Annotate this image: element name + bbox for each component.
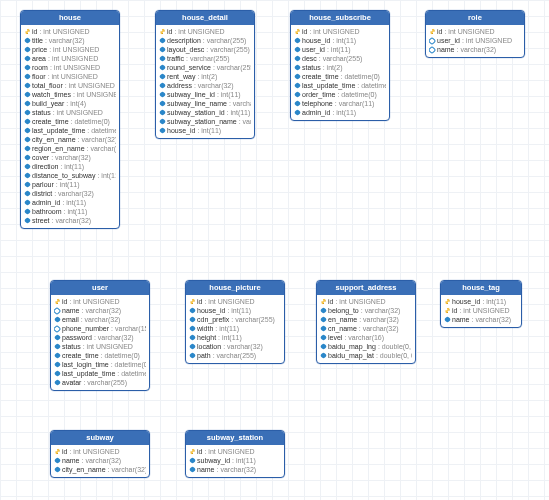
table-header[interactable]: subway <box>51 431 149 445</box>
table-house[interactable]: houseid : int UNSIGNEDtitle : varchar(32… <box>20 10 120 229</box>
column-row[interactable]: total_floor : int UNSIGNED <box>24 81 116 90</box>
column-row[interactable]: cdn_prefix : varchar(255) <box>189 315 281 324</box>
column-row[interactable]: street : varchar(32) <box>24 216 116 225</box>
column-row[interactable]: status : int(2) <box>294 63 386 72</box>
column-row[interactable]: id : int UNSIGNED <box>54 447 146 456</box>
table-header[interactable]: house <box>21 11 119 25</box>
table-house_subscribe[interactable]: house_subscribeid : int UNSIGNEDhouse_id… <box>290 10 390 121</box>
table-header[interactable]: house_subscribe <box>291 11 389 25</box>
column-row[interactable]: telephone : varchar(11) <box>294 99 386 108</box>
column-row[interactable]: region_en_name : varchar(255) <box>24 144 116 153</box>
column-row[interactable]: title : varchar(32) <box>24 36 116 45</box>
column-row[interactable]: watch_times : int UNSIGNED <box>24 90 116 99</box>
column-row[interactable]: id : int UNSIGNED <box>429 27 521 36</box>
column-row[interactable]: city_en_name : varchar(32) <box>24 135 116 144</box>
column-row[interactable]: admin_id : int(11) <box>294 108 386 117</box>
column-row[interactable]: name : varchar(32) <box>444 315 518 324</box>
column-row[interactable]: avatar : varchar(255) <box>54 378 146 387</box>
column-row[interactable]: id : int UNSIGNED <box>320 297 412 306</box>
table-header[interactable]: user <box>51 281 149 295</box>
column-row[interactable]: name : varchar(32) <box>429 45 521 54</box>
table-support_address[interactable]: support_addressid : int UNSIGNEDbelong_t… <box>316 280 416 364</box>
column-row[interactable]: id : int UNSIGNED <box>294 27 386 36</box>
column-row[interactable]: house_id : int(11) <box>159 126 251 135</box>
column-row[interactable]: email : varchar(32) <box>54 315 146 324</box>
column-row[interactable]: order_time : datetime(0) <box>294 90 386 99</box>
column-row[interactable]: baidu_map_lat : double(0, 0) <box>320 351 412 360</box>
column-row[interactable]: desc : varchar(255) <box>294 54 386 63</box>
column-row[interactable]: direction : int(11) <box>24 162 116 171</box>
column-row[interactable]: subway_station_id : int(11) <box>159 108 251 117</box>
column-row[interactable]: status : int UNSIGNED <box>24 108 116 117</box>
column-row[interactable]: subway_station_name : varchar(32) <box>159 117 251 126</box>
table-header[interactable]: house_picture <box>186 281 284 295</box>
column-row[interactable]: bathroom : int(11) <box>24 207 116 216</box>
column-row[interactable]: location : varchar(32) <box>189 342 281 351</box>
column-row[interactable]: id : int UNSIGNED <box>189 447 281 456</box>
column-row[interactable]: create_time : datetime(0) <box>54 351 146 360</box>
column-row[interactable]: status : int UNSIGNED <box>54 342 146 351</box>
column-row[interactable]: phone_number : varchar(15) <box>54 324 146 333</box>
column-row[interactable]: name : varchar(32) <box>54 456 146 465</box>
column-row[interactable]: create_time : datetime(0) <box>294 72 386 81</box>
column-row[interactable]: description : varchar(255) <box>159 36 251 45</box>
column-row[interactable]: build_year : int(4) <box>24 99 116 108</box>
table-house_tag[interactable]: house_taghouse_id : int(11)id : int UNSI… <box>440 280 522 328</box>
table-subway_station[interactable]: subway_stationid : int UNSIGNEDsubway_id… <box>185 430 285 478</box>
table-header[interactable]: support_address <box>317 281 415 295</box>
table-header[interactable]: house_detail <box>156 11 254 25</box>
column-row[interactable]: price : int UNSIGNED <box>24 45 116 54</box>
column-row[interactable]: last_update_time : datetime(0) <box>54 369 146 378</box>
column-row[interactable]: district : varchar(32) <box>24 189 116 198</box>
column-row[interactable]: subway_id : int(11) <box>189 456 281 465</box>
table-header[interactable]: house_tag <box>441 281 521 295</box>
column-row[interactable]: house_id : int(11) <box>294 36 386 45</box>
column-row[interactable]: cover : varchar(32) <box>24 153 116 162</box>
column-row[interactable]: layout_desc : varchar(255) <box>159 45 251 54</box>
column-row[interactable]: last_update_time : datetime(0) <box>294 81 386 90</box>
column-row[interactable]: address : varchar(32) <box>159 81 251 90</box>
column-row[interactable]: area : int UNSIGNED <box>24 54 116 63</box>
column-row[interactable]: id : int UNSIGNED <box>159 27 251 36</box>
column-row[interactable]: id : int UNSIGNED <box>24 27 116 36</box>
column-row[interactable]: name : varchar(32) <box>189 465 281 474</box>
column-row[interactable]: id : int UNSIGNED <box>444 306 518 315</box>
column-row[interactable]: floor : int UNSIGNED <box>24 72 116 81</box>
column-row[interactable]: last_update_time : datetime(0) <box>24 126 116 135</box>
table-house_detail[interactable]: house_detailid : int UNSIGNEDdescription… <box>155 10 255 139</box>
column-row[interactable]: name : varchar(32) <box>54 306 146 315</box>
column-row[interactable]: password : varchar(32) <box>54 333 146 342</box>
table-subway[interactable]: subwayid : int UNSIGNEDname : varchar(32… <box>50 430 150 478</box>
column-row[interactable]: distance_to_subway : int(11) <box>24 171 116 180</box>
column-row[interactable]: en_name : varchar(32) <box>320 315 412 324</box>
column-row[interactable]: subway_line_id : int(11) <box>159 90 251 99</box>
column-row[interactable]: traffic : varchar(255) <box>159 54 251 63</box>
table-header[interactable]: subway_station <box>186 431 284 445</box>
table-user[interactable]: userid : int UNSIGNEDname : varchar(32)e… <box>50 280 150 391</box>
column-row[interactable]: level : varchar(16) <box>320 333 412 342</box>
column-row[interactable]: subway_line_name : varchar(32) <box>159 99 251 108</box>
column-row[interactable]: id : int UNSIGNED <box>54 297 146 306</box>
column-row[interactable]: create_time : datetime(0) <box>24 117 116 126</box>
column-row[interactable]: rent_way : int(2) <box>159 72 251 81</box>
column-row[interactable]: id : int UNSIGNED <box>189 297 281 306</box>
table-house_picture[interactable]: house_pictureid : int UNSIGNEDhouse_id :… <box>185 280 285 364</box>
column-row[interactable]: admin_id : int(11) <box>24 198 116 207</box>
table-role[interactable]: roleid : int UNSIGNEDuser_id : int UNSIG… <box>425 10 525 58</box>
column-row[interactable]: height : int(11) <box>189 333 281 342</box>
column-row[interactable]: house_id : int(11) <box>444 297 518 306</box>
column-row[interactable]: user_id : int(11) <box>294 45 386 54</box>
column-row[interactable]: room : int UNSIGNED <box>24 63 116 72</box>
column-row[interactable]: path : varchar(255) <box>189 351 281 360</box>
column-row[interactable]: house_id : int(11) <box>189 306 281 315</box>
column-row[interactable]: city_en_name : varchar(32) <box>54 465 146 474</box>
column-row[interactable]: width : int(11) <box>189 324 281 333</box>
table-header[interactable]: role <box>426 11 524 25</box>
column-row[interactable]: baidu_map_lng : double(0, 0) <box>320 342 412 351</box>
column-row[interactable]: cn_name : varchar(32) <box>320 324 412 333</box>
column-row[interactable]: belong_to : varchar(32) <box>320 306 412 315</box>
column-row[interactable]: user_id : int UNSIGNED <box>429 36 521 45</box>
column-row[interactable]: last_login_time : datetime(0) <box>54 360 146 369</box>
column-row[interactable]: parlour : int(11) <box>24 180 116 189</box>
column-row[interactable]: round_service : varchar(255) <box>159 63 251 72</box>
